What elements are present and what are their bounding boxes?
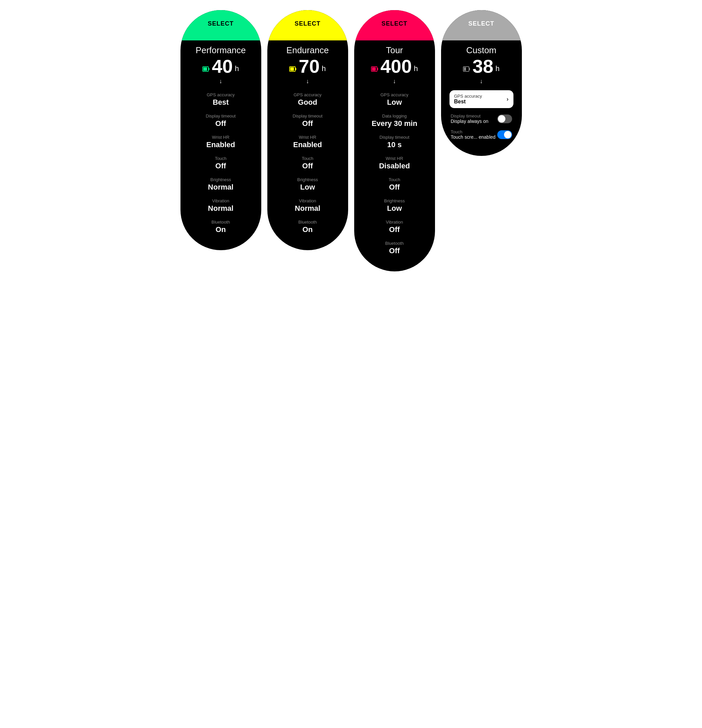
touch-toggle-knob	[504, 131, 511, 139]
spec-label: GPS accuracy	[380, 92, 409, 97]
select-label: SELECT	[208, 20, 234, 27]
spec-label: Display timeout	[206, 114, 236, 118]
spec-label: Bluetooth	[385, 241, 404, 246]
card-tour[interactable]: SELECT Tour 400 h ↓ GPS accuracy Low Dat…	[354, 10, 435, 272]
top-cap: SELECT	[181, 10, 261, 40]
spec-value: Off	[302, 119, 313, 128]
spec-item-gps-accuracy: GPS accuracy Good	[274, 88, 341, 110]
chevron-right-icon: ›	[507, 95, 509, 103]
svg-rect-10	[469, 68, 470, 70]
card-body: Tour 400 h ↓ GPS accuracy Low Data loggi…	[354, 40, 435, 258]
spec-label: Touch	[389, 177, 400, 182]
battery-row: 70 h	[289, 57, 326, 76]
down-arrow-icon: ↓	[393, 78, 396, 85]
spec-item-bluetooth: Bluetooth On	[187, 215, 254, 237]
spec-label: Brightness	[211, 177, 231, 182]
spec-label: Bluetooth	[211, 220, 230, 225]
top-cap-custom: SELECT	[441, 10, 522, 40]
battery-hours: 40	[212, 57, 233, 76]
custom-battery-row: 38 h	[463, 57, 500, 76]
touch-toggle[interactable]	[497, 130, 512, 139]
select-label: SELECT	[381, 20, 407, 27]
spec-label: GPS accuracy	[293, 92, 322, 97]
spec-item-bluetooth: Bluetooth On	[274, 215, 341, 237]
svg-rect-7	[377, 68, 378, 70]
spec-item-wrist-hr: Wrist HR Enabled	[187, 131, 254, 152]
gps-accuracy-row[interactable]: GPS accuracy Best ›	[449, 90, 513, 108]
spec-item-brightness: Brightness Low	[274, 173, 341, 194]
spec-value: Low	[300, 183, 315, 192]
toggle-knob	[498, 115, 506, 123]
spec-item-bluetooth: Bluetooth Off	[361, 237, 428, 258]
custom-battery-hours: 38	[472, 57, 493, 76]
spec-value: Normal	[208, 204, 234, 213]
battery-unit: h	[235, 64, 239, 73]
card-performance[interactable]: SELECT Performance 40 h ↓ GPS accuracy B…	[181, 10, 261, 250]
spec-item-data-logging: Data logging Every 30 min	[361, 110, 428, 131]
top-cap: SELECT	[354, 10, 435, 40]
display-timeout-content: Display timeout Display always on	[451, 114, 488, 124]
spec-value: Low	[387, 204, 402, 213]
spec-item-gps-accuracy: GPS accuracy Low	[361, 88, 428, 110]
spec-label: Brightness	[297, 177, 318, 182]
display-timeout-row[interactable]: Display timeout Display always on	[449, 111, 513, 127]
profile-name: Tour	[386, 45, 403, 56]
battery-hours: 400	[380, 57, 412, 76]
gps-accuracy-value: Best	[454, 99, 482, 105]
battery-unit: h	[322, 64, 326, 73]
svg-rect-1	[208, 68, 209, 70]
svg-rect-11	[464, 67, 466, 71]
touch-row[interactable]: Touch Touch scre... enabled	[449, 127, 513, 142]
spec-value: Enabled	[207, 140, 235, 149]
spec-item-touch: Touch Off	[187, 152, 254, 173]
spec-value: Off	[215, 119, 226, 128]
battery-row: 40 h	[202, 57, 239, 76]
spec-item-wrist-hr: Wrist HR Enabled	[274, 131, 341, 152]
card-body: Endurance 70 h ↓ GPS accuracy Good Displ…	[267, 40, 348, 237]
display-timeout-label: Display timeout	[451, 114, 488, 118]
display-timeout-toggle[interactable]	[497, 114, 512, 123]
battery-row: 400 h	[371, 57, 418, 76]
spec-label: Display timeout	[293, 114, 322, 118]
spec-label: Vibration	[212, 198, 229, 204]
down-arrow-icon: ↓	[306, 78, 309, 85]
spec-item-brightness: Brightness Low	[361, 194, 428, 215]
svg-rect-8	[372, 67, 376, 71]
card-endurance[interactable]: SELECT Endurance 70 h ↓ GPS accuracy Goo…	[267, 10, 348, 250]
spec-item-gps-accuracy: GPS accuracy Best	[187, 88, 254, 110]
card-body: Performance 40 h ↓ GPS accuracy Best Dis…	[181, 40, 261, 237]
top-cap: SELECT	[267, 10, 348, 40]
spec-item-vibration: Vibration Normal	[274, 194, 341, 215]
spec-value: 10 s	[387, 140, 402, 149]
custom-battery-unit: h	[495, 64, 500, 73]
spec-value: Off	[302, 162, 313, 170]
svg-rect-4	[295, 68, 296, 70]
spec-label: Wrist HR	[386, 156, 403, 161]
spec-label: Touch	[215, 156, 227, 161]
spec-item-display-timeout: Display timeout 10 s	[361, 131, 428, 152]
spec-label: Brightness	[384, 198, 405, 204]
spec-label: Wrist HR	[212, 135, 230, 140]
spec-value: Normal	[208, 183, 234, 192]
touch-label: Touch	[451, 129, 495, 134]
svg-rect-2	[204, 67, 207, 71]
spec-value: Off	[215, 162, 226, 170]
spec-value: Normal	[295, 204, 321, 213]
spec-value: Best	[213, 98, 229, 107]
spec-label: GPS accuracy	[207, 92, 235, 97]
card-custom[interactable]: SELECT Custom 38 h ↓ GPS accuracy Best ›…	[441, 10, 522, 156]
spec-label: Bluetooth	[298, 220, 317, 225]
select-label-custom: SELECT	[468, 20, 494, 27]
battery-hours: 70	[299, 57, 319, 76]
spec-item-display-timeout: Display timeout Off	[187, 110, 254, 131]
spec-label: Touch	[302, 156, 313, 161]
custom-profile-name: Custom	[466, 45, 497, 56]
spec-label: Wrist HR	[299, 135, 316, 140]
spec-item-brightness: Brightness Normal	[187, 173, 254, 194]
gps-accuracy-label: GPS accuracy	[454, 94, 482, 99]
touch-value: Touch scre... enabled	[451, 134, 495, 140]
svg-rect-5	[290, 67, 294, 71]
spec-value: Off	[389, 183, 400, 192]
profile-name: Performance	[196, 45, 246, 56]
spec-item-vibration: Vibration Off	[361, 215, 428, 237]
